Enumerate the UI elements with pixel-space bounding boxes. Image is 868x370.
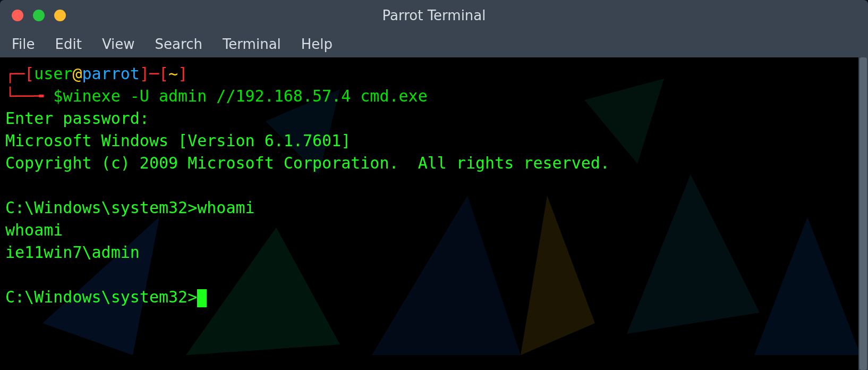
- minimize-icon[interactable]: [33, 10, 45, 21]
- menu-terminal[interactable]: Terminal: [223, 36, 281, 52]
- terminal-area[interactable]: ┌─[user@parrot]─[~] └──╼ $winexe -U admi…: [0, 57, 868, 370]
- menubar: File Edit View Search Terminal Help: [0, 31, 868, 57]
- output-enter-password: Enter password:: [5, 109, 149, 128]
- output-prompt1: C:\Windows\system32>whoami: [5, 198, 255, 217]
- output-prompt2: C:\Windows\system32>: [5, 288, 197, 306]
- prompt-sep: ─: [149, 64, 159, 83]
- scrollbar[interactable]: [858, 57, 868, 370]
- prompt-rbracket1: ]: [140, 64, 149, 83]
- window-title: Parrot Terminal: [0, 7, 868, 23]
- entered-command: winexe -U admin //192.168.57.4 cmd.exe: [63, 87, 427, 105]
- menu-search[interactable]: Search: [155, 36, 202, 52]
- menu-view[interactable]: View: [102, 36, 135, 52]
- cursor-icon: [197, 289, 207, 307]
- prompt-rbracket2: ]: [178, 64, 188, 83]
- output-result1: ie11win7\admin: [5, 243, 140, 262]
- prompt-lbracket1: [: [24, 64, 34, 83]
- output-copyright: Copyright (c) 2009 Microsoft Corporation…: [5, 154, 610, 172]
- output-ms-version: Microsoft Windows [Version 6.1.7601]: [5, 131, 351, 150]
- prompt-lbracket2: [: [159, 64, 168, 83]
- menu-file[interactable]: File: [12, 36, 35, 52]
- maximize-icon[interactable]: [54, 10, 66, 21]
- prompt-cwd: ~: [168, 64, 178, 83]
- prompt-corner-bot: └──╼: [5, 87, 53, 105]
- menu-help[interactable]: Help: [301, 36, 333, 52]
- window-controls: [12, 10, 66, 21]
- prompt-corner-top: ┌─: [5, 64, 24, 83]
- output-echo1: whoami: [5, 221, 63, 239]
- prompt-host: parrot: [82, 64, 140, 83]
- prompt-dollar: $: [53, 87, 63, 105]
- titlebar[interactable]: Parrot Terminal: [0, 0, 868, 31]
- terminal-content[interactable]: ┌─[user@parrot]─[~] └──╼ $winexe -U admi…: [0, 57, 868, 314]
- prompt-user: user: [34, 64, 72, 83]
- terminal-window: Parrot Terminal File Edit View Search Te…: [0, 0, 868, 370]
- prompt-at: @: [72, 64, 82, 83]
- menu-edit[interactable]: Edit: [55, 36, 82, 52]
- close-icon[interactable]: [12, 10, 23, 21]
- scroll-thumb[interactable]: [860, 57, 867, 370]
